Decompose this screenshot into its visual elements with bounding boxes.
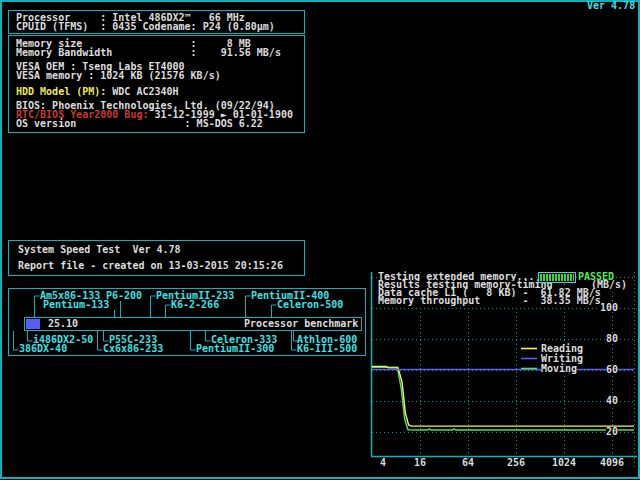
y-axis-tick-100-text: 100	[600, 302, 618, 313]
version-label: Ver 4.78	[587, 2, 635, 10]
cpuid-line: CPUID (TFMS) : 0435 Codename: P24 (0.80µ…	[16, 23, 275, 31]
x-axis-tick-64-text: 64	[462, 457, 474, 468]
y-axis-tick-20: 20	[606, 428, 618, 436]
legend-moving-label: Moving	[541, 365, 577, 373]
marker-tick-cx6x86-233	[98, 331, 103, 350]
benchmark-score-value: 25.10	[48, 320, 78, 328]
vesa-memory-line: VESA memory : 1024 KB (21576 KB/s)	[16, 72, 221, 80]
hdd-model-line: HDD Model (PM): WDC AC2340H	[16, 88, 179, 96]
hdd-model-line-text: HDD Model (PM):	[16, 86, 106, 97]
benchmark-marker-pentium-133: Pentium-133	[43, 301, 109, 309]
y-axis-tick-100: 100	[600, 304, 618, 312]
x-axis-tick-256-text: 256	[507, 457, 525, 468]
marker-tick-k6-2-266	[166, 305, 171, 317]
memory-test-progressbar	[538, 272, 576, 283]
y-axis-tick-60: 60	[606, 366, 618, 374]
report-file-line: Report file - created on 13-03-2015 20:1…	[18, 262, 283, 270]
benchmark-score-bar	[26, 319, 40, 329]
marker-tick-celeron-333	[206, 331, 211, 341]
benchmark-title: Processor benchmark	[244, 320, 358, 328]
cpuid-line-text: CPUID (TFMS) : 0435 Codename: P24 (0.80µ…	[16, 21, 275, 32]
legend-moving-label-text: Moving	[541, 363, 577, 374]
marker-tick-am5x86-133	[35, 296, 40, 317]
x-axis-tick-16-text: 16	[414, 457, 426, 468]
marker-tick-pentiumii-300	[191, 331, 196, 350]
vesa-memory-line-text: VESA memory : 1024 KB (21576 KB/s)	[16, 70, 221, 81]
memory-bandwidth-line: Memory Bandwidth : 91.56 MB/s	[16, 49, 281, 57]
os-version-line-text: OS version : MS-DOS 6.22	[16, 118, 263, 129]
os-version-line: OS version : MS-DOS 6.22	[16, 120, 263, 128]
y-axis-tick-40-text: 40	[606, 395, 618, 406]
x-axis-tick-256: 256	[507, 459, 525, 467]
memory-bandwidth-line-text: Memory Bandwidth : 91.56 MB/s	[16, 47, 281, 58]
x-axis-tick-64: 64	[462, 459, 474, 467]
marker-tick-celeron-500	[272, 305, 277, 317]
marker-tick-p55c-233	[104, 331, 109, 341]
x-axis-tick-1024: 1024	[552, 459, 576, 467]
y-axis-tick-60-text: 60	[606, 364, 618, 375]
series-reading-line	[372, 366, 634, 426]
series-moving-line	[372, 367, 634, 430]
x-axis-tick-4096: 4096	[600, 459, 624, 467]
progressbar-fill	[540, 274, 574, 281]
benchmark-marker-k6-2-266-text: K6-2-266	[171, 299, 219, 310]
version-label-text: Ver 4.78	[587, 0, 635, 11]
benchmark-title-text: Processor benchmark	[244, 318, 358, 329]
benchmark-marker-k6-2-266: K6-2-266	[171, 301, 219, 309]
x-axis-tick-4: 4	[380, 459, 386, 467]
legend-reading-label: Reading	[541, 345, 583, 353]
speedtest-title-line: System Speed Test Ver 4.78	[18, 246, 181, 254]
y-axis-tick-80-text: 80	[606, 333, 618, 344]
speedtest-title-line-text: System Speed Test Ver 4.78	[18, 244, 181, 255]
benchmark-marker-pentiumii-300: PentiumII-300	[196, 345, 274, 353]
x-axis-tick-4096-text: 4096	[600, 457, 624, 468]
y-axis-tick-20-text: 20	[606, 426, 618, 437]
x-axis-tick-1024-text: 1024	[552, 457, 576, 468]
marker-tick-386dx-40	[14, 331, 19, 350]
benchmark-marker-p6-200: P6-200	[106, 292, 142, 300]
benchmark-marker-386dx-40-text: 386DX-40	[19, 343, 67, 354]
throughput-line: Memory throughput - 38.35 MB/s	[378, 297, 601, 305]
benchmark-marker-k6-iii-500-text: K6-III-500	[297, 343, 357, 354]
benchmark-marker-cx6x86-233-text: Cx6x86-233	[103, 343, 163, 354]
report-file-line-text: Report file - created on 13-03-2015 20:1…	[18, 260, 283, 271]
hdd-model-line-text: WDC AC2340H	[106, 86, 178, 97]
legend-writing-label: Writing	[541, 355, 583, 363]
throughput-line-text: Memory throughput - 38.35 MB/s	[378, 295, 601, 306]
benchmark-score-value-text: 25.10	[48, 318, 78, 329]
benchmark-marker-celeron-500-text: Celeron-500	[277, 299, 343, 310]
marker-tick-pentiumii-400	[246, 296, 251, 317]
marker-tick-i486dx2-50	[28, 331, 33, 341]
benchmark-marker-pentiumii-300-text: PentiumII-300	[196, 343, 274, 354]
y-axis-tick-80: 80	[606, 335, 618, 343]
benchmark-marker-k6-iii-500: K6-III-500	[297, 345, 357, 353]
x-axis-tick-4-text: 4	[380, 457, 386, 468]
benchmark-marker-386dx-40: 386DX-40	[19, 345, 67, 353]
benchmark-marker-pentium-133-text: Pentium-133	[43, 299, 109, 310]
marker-tick-pentiumii-233	[151, 296, 156, 317]
benchmark-marker-p6-200-text: P6-200	[106, 290, 142, 301]
benchmark-marker-cx6x86-233: Cx6x86-233	[103, 345, 163, 353]
speedsys-screen: ReadingWritingMoving10080604020416642561…	[0, 0, 640, 480]
benchmark-marker-celeron-500: Celeron-500	[277, 301, 343, 309]
y-axis-tick-40: 40	[606, 397, 618, 405]
x-axis-tick-16: 16	[414, 459, 426, 467]
